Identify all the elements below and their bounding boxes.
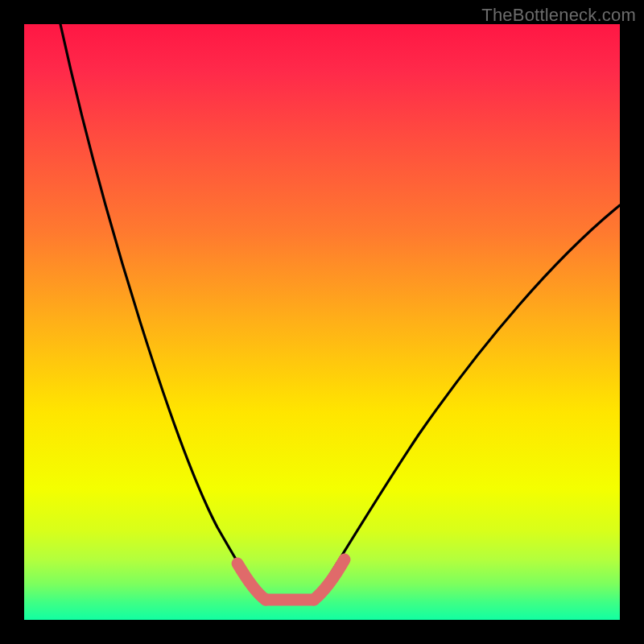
valley-highlight-right	[314, 559, 345, 600]
chart-container: TheBottleneck.com	[0, 0, 644, 644]
watermark-text: TheBottleneck.com	[481, 5, 636, 26]
valley-highlight-left	[237, 564, 266, 600]
curve-right	[322, 205, 620, 588]
curve-left	[60, 24, 254, 588]
plot-area	[24, 24, 620, 620]
curve-overlay	[24, 24, 620, 620]
